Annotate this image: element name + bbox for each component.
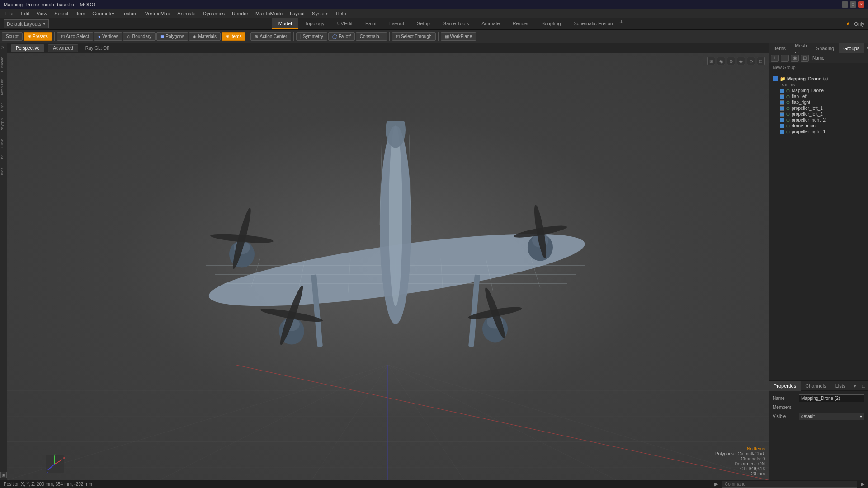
right-tab-mesh[interactable]: Mesh ... <box>790 43 811 53</box>
item-row-5[interactable]: ⬡ propeller_right_2 <box>771 117 866 123</box>
sidebar-tab-edge[interactable]: Edge <box>0 101 7 113</box>
tab-animate[interactable]: Animate <box>475 18 506 29</box>
menu-system[interactable]: System <box>308 10 332 17</box>
close-button[interactable]: ✕ <box>858 1 864 8</box>
auto-select-button[interactable]: ⊡ Auto Select <box>57 32 93 41</box>
menu-edit[interactable]: Edit <box>17 10 33 17</box>
right-tab-items[interactable]: Items <box>769 43 790 53</box>
menu-texture[interactable]: Texture <box>118 10 142 17</box>
menu-vertexmap[interactable]: Vertex Map <box>142 10 174 17</box>
item-checkbox-0[interactable] <box>780 89 784 93</box>
props-maximize-button[interactable]: □ <box>859 383 868 389</box>
props-tab-properties[interactable]: Properties <box>769 381 801 391</box>
workplane-button[interactable]: ▦ WorkPlane <box>441 32 476 41</box>
item-group-header[interactable]: 📁 Mapping_Drone (4) <box>771 75 866 82</box>
item-checkbox-2[interactable] <box>780 100 784 105</box>
menu-animate[interactable]: Animate <box>174 10 199 17</box>
viewport-ctrl-camera[interactable]: ◉ <box>717 57 725 65</box>
symmetry-button[interactable]: | Symmetry <box>296 32 327 41</box>
menu-geometry[interactable]: Geometry <box>89 10 118 17</box>
props-name-input[interactable] <box>799 394 864 402</box>
props-visible-dropdown[interactable]: default ▾ <box>799 413 864 420</box>
menu-select[interactable]: Select <box>51 10 72 17</box>
rpt-icon1[interactable]: ◉ <box>791 55 799 62</box>
tab-setup[interactable]: Setup <box>410 18 436 29</box>
sidebar-tab-meshedit[interactable]: Mesh Edit <box>0 77 7 97</box>
viewport-ctrl-frame[interactable]: ⊞ <box>707 57 715 65</box>
item-row-2[interactable]: ⬡ flap_right <box>771 99 866 105</box>
item-row-1[interactable]: ⬡ flap_left <box>771 94 866 99</box>
sidebar-bottom-icon[interactable]: ▣ <box>0 472 7 478</box>
item-row-0[interactable]: ⬡ Mapping_Drone <box>771 88 866 94</box>
tab-render[interactable]: Render <box>506 18 535 29</box>
menu-dynamics[interactable]: Dynamics <box>199 10 228 17</box>
right-tab-shading[interactable]: Shading <box>811 43 839 53</box>
item-checkbox-5[interactable] <box>780 118 784 122</box>
tab-schematicfusion[interactable]: Schematic Fusion <box>567 18 619 29</box>
sidebar-tab-duplicate[interactable]: Duplicate <box>0 55 7 74</box>
item-checkbox-4[interactable] <box>780 112 784 117</box>
presets-button[interactable]: ⊞ Presets <box>24 32 52 41</box>
sidebar-tab-curve[interactable]: Curve <box>0 137 7 150</box>
items-button[interactable]: ⊞ Items <box>222 32 245 41</box>
rpt-delete-button[interactable]: − <box>781 55 789 62</box>
menu-item[interactable]: Item <box>72 10 89 17</box>
menu-file[interactable]: File <box>2 10 17 17</box>
item-row-7[interactable]: ⬡ propeller_right_1 <box>771 129 866 135</box>
falloff-button[interactable]: ◯ Falloff <box>328 32 355 41</box>
group-checkbox[interactable] <box>773 76 778 81</box>
menu-render[interactable]: Render <box>228 10 252 17</box>
tab-layout[interactable]: Layout <box>383 18 410 29</box>
only-label[interactable]: Only <box>854 21 864 27</box>
sidebar-tab-fusion[interactable]: Fusion <box>0 166 7 180</box>
viewport-tab-advanced[interactable]: Advanced <box>48 44 78 52</box>
boundary-button[interactable]: ◇ Boundary <box>123 32 156 41</box>
viewport-content[interactable]: X Y Z ⊞ ◉ ⊕ ◈ ⚙ □ <box>7 53 769 480</box>
add-tab-button[interactable]: + <box>619 18 623 29</box>
props-expand-button[interactable]: ▾ <box>851 383 859 389</box>
tab-uvedit[interactable]: UVEdit <box>331 18 359 29</box>
tab-topology[interactable]: Topology <box>298 18 331 29</box>
item-checkbox-3[interactable] <box>780 106 784 111</box>
sidebar-tab-sculpt[interactable]: S <box>0 43 7 52</box>
tab-model[interactable]: Model <box>272 18 298 29</box>
item-checkbox-1[interactable] <box>780 94 784 99</box>
tab-gametools[interactable]: Game Tools <box>436 18 476 29</box>
menu-layout[interactable]: Layout <box>286 10 308 17</box>
props-tab-channels[interactable]: Channels <box>801 381 830 391</box>
item-row-6[interactable]: ⬡ drone_main <box>771 123 866 129</box>
item-row-4[interactable]: ⬡ propeller_left_2 <box>771 111 866 117</box>
sidebar-tab-uv[interactable]: UV <box>0 154 7 162</box>
ray-gl-status[interactable]: Ray GL: Off <box>85 46 109 51</box>
select-through-button[interactable]: ⊡ Select Through <box>392 32 436 41</box>
maximize-button[interactable]: □ <box>850 1 856 8</box>
polygons-button[interactable]: ◼ Polygons <box>156 32 188 41</box>
menu-view[interactable]: View <box>33 10 51 17</box>
right-tab-groups[interactable]: Groups <box>839 43 864 53</box>
rpt-new-button[interactable]: + <box>771 55 779 62</box>
item-row-3[interactable]: ⬡ propeller_left_1 <box>771 105 866 111</box>
vertices-button[interactable]: ● Vertices <box>94 32 123 41</box>
right-tab-add-button[interactable]: ▾ <box>864 45 868 52</box>
sculpt-button[interactable]: Sculpt <box>2 32 23 41</box>
sidebar-tab-polygon[interactable]: Polygon <box>0 117 7 133</box>
viewport-ctrl-render[interactable]: ◈ <box>737 57 745 65</box>
viewport-ctrl-zoom[interactable]: ⊕ <box>727 57 735 65</box>
constrain-button[interactable]: Constrain... <box>356 32 387 41</box>
rpt-icon2[interactable]: ⊡ <box>801 55 809 62</box>
materials-button[interactable]: ◈ Materials <box>189 32 221 41</box>
item-checkbox-7[interactable] <box>780 130 784 134</box>
menu-help[interactable]: Help <box>332 10 350 17</box>
menu-maxtomodo[interactable]: MaxToModo <box>252 10 286 17</box>
layout-selector[interactable]: Default Layouts ▾ <box>4 19 49 28</box>
statusbar-submit-icon[interactable]: ▶ <box>861 481 864 487</box>
action-center-button[interactable]: ⊕ Action Center <box>250 32 291 41</box>
item-checkbox-6[interactable] <box>780 124 784 128</box>
viewport-tab-perspective[interactable]: Perspective <box>11 44 44 52</box>
tab-scripting[interactable]: Scripting <box>535 18 567 29</box>
minimize-button[interactable]: ─ <box>842 1 848 8</box>
props-tab-lists[interactable]: Lists <box>831 381 850 391</box>
command-input[interactable] <box>722 481 857 488</box>
viewport[interactable]: Perspective Advanced Ray GL: Off <box>7 43 769 480</box>
viewport-ctrl-maximize[interactable]: □ <box>757 57 765 65</box>
